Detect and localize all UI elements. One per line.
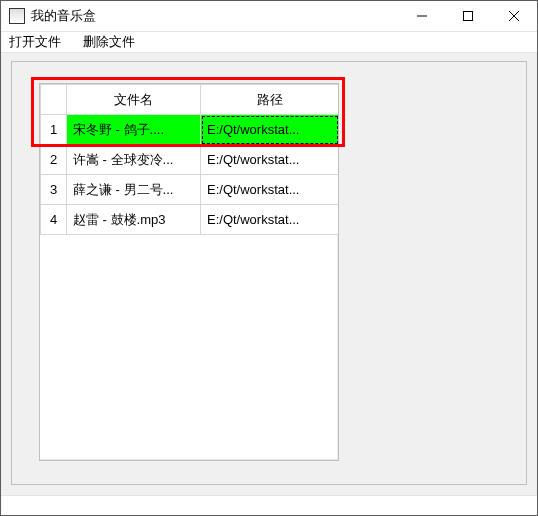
row-number[interactable]: 1 xyxy=(41,115,67,145)
statusbar xyxy=(1,495,537,515)
menu-delete-file[interactable]: 删除文件 xyxy=(81,32,137,52)
row-number[interactable]: 4 xyxy=(41,205,67,235)
cell-filename[interactable]: 宋冬野 - 鸽子.... xyxy=(67,115,201,145)
table-row[interactable]: 4 赵雷 - 鼓楼.mp3 E:/Qt/workstat... xyxy=(41,205,339,235)
cell-path[interactable]: E:/Qt/workstat... xyxy=(201,205,339,235)
menubar: 打开文件 删除文件 xyxy=(1,31,537,53)
row-number[interactable]: 3 xyxy=(41,175,67,205)
col-header-path[interactable]: 路径 xyxy=(201,85,339,115)
table-corner xyxy=(41,85,67,115)
cell-filename[interactable]: 赵雷 - 鼓楼.mp3 xyxy=(67,205,201,235)
app-window: 我的音乐盒 打开文件 删除文件 xyxy=(0,0,538,516)
cell-path[interactable]: E:/Qt/workstat... xyxy=(201,145,339,175)
cell-path[interactable]: E:/Qt/workstat... xyxy=(201,115,339,145)
cell-filename[interactable]: 薛之谦 - 男二号... xyxy=(67,175,201,205)
row-number[interactable]: 2 xyxy=(41,145,67,175)
cell-path[interactable]: E:/Qt/workstat... xyxy=(201,175,339,205)
table-row[interactable]: 1 宋冬野 - 鸽子.... E:/Qt/workstat... xyxy=(41,115,339,145)
window-title: 我的音乐盒 xyxy=(31,7,96,25)
col-header-filename[interactable]: 文件名 xyxy=(67,85,201,115)
table-header-row: 文件名 路径 xyxy=(41,85,339,115)
client-area: 文件名 路径 1 宋冬野 - 鸽子.... E:/Qt/workstat... … xyxy=(1,53,537,495)
app-icon xyxy=(9,8,25,24)
file-table[interactable]: 文件名 路径 1 宋冬野 - 鸽子.... E:/Qt/workstat... … xyxy=(39,83,339,461)
table-row[interactable]: 2 许嵩 - 全球变冷... E:/Qt/workstat... xyxy=(41,145,339,175)
window-controls xyxy=(399,1,537,31)
close-button[interactable] xyxy=(491,1,537,31)
cell-filename[interactable]: 许嵩 - 全球变冷... xyxy=(67,145,201,175)
maximize-button[interactable] xyxy=(445,1,491,31)
svg-rect-0 xyxy=(464,12,473,21)
table-row[interactable]: 3 薛之谦 - 男二号... E:/Qt/workstat... xyxy=(41,175,339,205)
menu-open-file[interactable]: 打开文件 xyxy=(7,32,63,52)
titlebar[interactable]: 我的音乐盒 xyxy=(1,1,537,31)
minimize-button[interactable] xyxy=(399,1,445,31)
